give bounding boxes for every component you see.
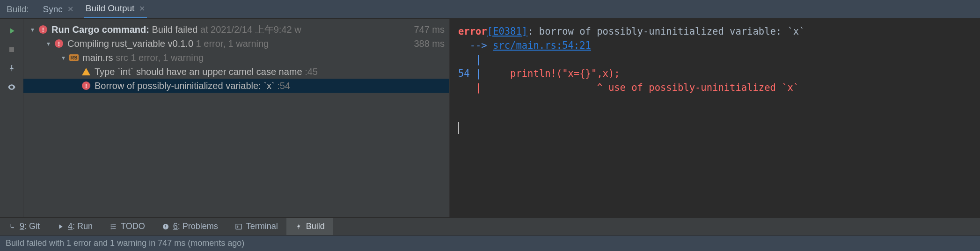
chevron-down-icon[interactable]: ▾ <box>27 26 37 33</box>
tool-tab-label: Terminal <box>246 221 278 231</box>
close-icon[interactable]: ✕ <box>139 4 145 13</box>
tool-tab-todo[interactable]: TODO <box>101 218 154 235</box>
close-icon[interactable]: ✕ <box>67 5 73 14</box>
output-error-label: error <box>458 26 487 37</box>
compile-label: Compiling rust_variable v0.1.0 <box>67 38 193 49</box>
tab-label: Sync <box>43 4 63 15</box>
pin-icon[interactable] <box>7 64 16 73</box>
tab-label: Build Output <box>86 3 135 14</box>
chevron-down-icon[interactable]: ▾ <box>43 40 53 47</box>
output-pipe: | <box>458 54 481 65</box>
left-gutter <box>0 19 23 217</box>
file-link[interactable]: src/main.rs:54:21 <box>493 40 591 51</box>
chevron-down-icon[interactable]: ▾ <box>58 54 68 61</box>
tool-tab-key: 6 <box>173 221 178 231</box>
diagnostic-warning[interactable]: Type `int` should have an upper camel ca… <box>23 65 449 79</box>
tool-tab-label: : Problems <box>178 221 218 231</box>
svg-rect-5 <box>111 228 112 229</box>
svg-rect-0 <box>9 47 14 52</box>
output-pipe: | <box>470 68 510 79</box>
tool-tab-problems[interactable]: 6: Problems <box>154 218 227 235</box>
text-cursor <box>458 122 459 134</box>
rerun-icon[interactable] <box>7 26 16 36</box>
error-icon: ! <box>53 39 65 48</box>
output-line-no: 54 <box>458 68 470 79</box>
main-split: ▾ ! Run Cargo command: Build failed at 2… <box>0 19 980 217</box>
tree-file[interactable]: ▾ RS main.rs src 1 error, 1 warning <box>23 51 449 65</box>
svg-rect-1 <box>111 224 112 225</box>
tabstrip-label: Build: <box>7 4 33 15</box>
tool-tab-terminal[interactable]: Terminal <box>227 218 286 235</box>
diagnostic-loc: :45 <box>305 66 318 77</box>
build-output-pane[interactable]: error[E0381]: borrow of possibly-uniniti… <box>449 19 980 217</box>
root-duration: 747 ms <box>414 24 445 35</box>
svg-rect-2 <box>112 224 116 225</box>
diagnostic-text: Borrow of possibly-uninitialized variabl… <box>95 81 275 91</box>
root-status: Build failed <box>152 24 197 35</box>
tool-tab-label: : Run <box>73 221 93 231</box>
output-caret-line: | ^ use of possibly-uninitialized `x` <box>458 82 799 93</box>
stop-icon[interactable] <box>7 45 16 54</box>
warning-icon <box>80 68 92 75</box>
tool-tab-run[interactable]: 4: Run <box>48 218 101 235</box>
svg-rect-4 <box>112 226 116 227</box>
tree-root[interactable]: ▾ ! Run Cargo command: Build failed at 2… <box>23 22 449 37</box>
tool-tab-key: 4 <box>68 221 73 231</box>
svg-rect-3 <box>111 226 112 227</box>
file-path-hint: src <box>116 52 128 63</box>
error-icon: ! <box>80 81 92 90</box>
tab-sync[interactable]: Sync ✕ <box>41 0 75 18</box>
tree-compile[interactable]: ▾ ! Compiling rust_variable v0.1.0 1 err… <box>23 37 449 51</box>
root-timestamp: at 2021/2/14 上午9:42 w <box>200 24 301 35</box>
svg-rect-6 <box>112 228 116 229</box>
output-code-line: println!("x={}",x); <box>510 68 620 79</box>
file-name: main.rs <box>82 52 113 63</box>
error-icon: ! <box>37 25 49 34</box>
tool-tab-git[interactable]: 9: Git <box>0 218 48 235</box>
file-summary: 1 error, 1 warning <box>131 52 204 63</box>
build-tree: ▾ ! Run Cargo command: Build failed at 2… <box>23 19 449 217</box>
tool-tab-label: TODO <box>121 221 145 231</box>
build-tabstrip: Build: Sync ✕ Build Output ✕ <box>0 0 980 19</box>
error-code-link[interactable]: [E0381] <box>487 26 527 37</box>
output-arrow: --> <box>458 40 493 51</box>
compile-summary: 1 error, 1 warning <box>196 38 269 49</box>
compile-duration: 388 ms <box>414 38 445 49</box>
eye-icon[interactable] <box>7 82 16 92</box>
diagnostic-text: Type `int` should have an upper camel ca… <box>95 66 302 77</box>
svg-rect-8 <box>165 225 166 227</box>
root-title-prefix: Run Cargo command: <box>51 24 149 35</box>
status-bar: Build failed with 1 error and 1 warning … <box>0 235 980 251</box>
rust-file-icon: RS <box>68 54 80 61</box>
diagnostic-loc: :54 <box>277 81 290 91</box>
tool-tab-build[interactable]: Build <box>286 218 333 235</box>
tool-tab-label: : Git <box>24 221 40 231</box>
svg-rect-9 <box>165 228 166 228</box>
tool-tab-label: Build <box>306 221 325 231</box>
tool-window-bar: 9: Git 4: Run TODO 6: Problems Terminal … <box>0 217 980 235</box>
svg-rect-10 <box>236 224 241 229</box>
tool-tab-key: 9 <box>20 221 24 231</box>
status-text: Build failed with 1 error and 1 warning … <box>6 238 244 248</box>
tab-build-output[interactable]: Build Output ✕ <box>84 0 147 18</box>
diagnostic-error[interactable]: ! Borrow of possibly-uninitialized varia… <box>23 79 449 93</box>
output-error-msg: : borrow of possibly-uninitialized varia… <box>527 26 804 37</box>
